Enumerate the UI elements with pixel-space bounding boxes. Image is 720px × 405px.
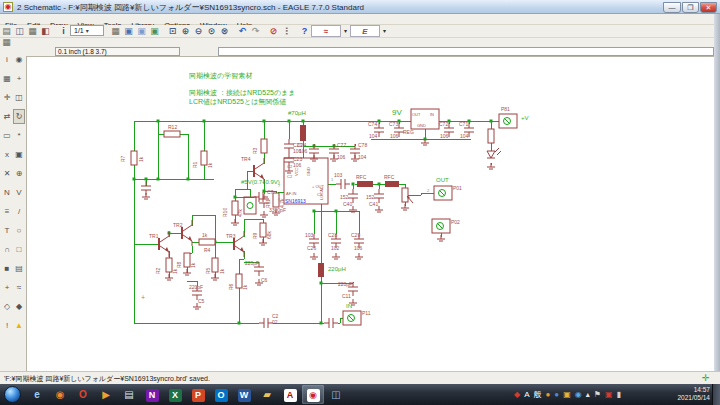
tray-flag-icon[interactable]: ⚑	[594, 384, 601, 405]
title-bar: ◉ 2 Schematic - F:¥同期検波 回路¥新しいフォルダー¥SN16…	[0, 0, 720, 14]
arc-tool[interactable]: ∩	[1, 242, 13, 257]
zoom-out-icon[interactable]: ⊖	[192, 25, 205, 37]
svg-text:103: 103	[334, 172, 343, 178]
open-icon[interactable]: ▤	[0, 25, 13, 37]
zoom-in-icon[interactable]: ⊕	[179, 25, 192, 37]
close-button[interactable]: ✕	[700, 2, 717, 13]
svg-text:P01: P01	[453, 185, 462, 191]
vendor-button-2-dropdown[interactable]: ▾	[380, 25, 389, 37]
schematic-canvas[interactable]: 同期検波の学習素材同期検波 ：接続はNRD525のままLCR値はNRD525とは…	[26, 56, 714, 371]
value-tool[interactable]: V	[13, 185, 25, 200]
copy-tool[interactable]: ◫	[13, 90, 25, 105]
ime-mode-alpha[interactable]: A	[524, 384, 529, 405]
svg-text:02: 02	[272, 319, 278, 325]
taskbar-outlook[interactable]: O	[210, 385, 232, 404]
run-script-icon[interactable]: ⋮	[280, 25, 293, 37]
polygon-tool[interactable]: ■	[1, 261, 13, 276]
redo-icon[interactable]: ↷	[249, 25, 262, 37]
vendor-button-1[interactable]: ≈	[311, 25, 341, 37]
taskbar-excel[interactable]: X	[164, 385, 186, 404]
maximize-button[interactable]: ❐	[682, 2, 699, 13]
change-tool[interactable]: *	[13, 128, 25, 143]
junction-tool[interactable]: ≈	[13, 280, 25, 295]
taskbar-notepad[interactable]: ▤	[118, 385, 140, 404]
smash-tool[interactable]: ≡	[1, 204, 13, 219]
taskbar-word[interactable]: W	[233, 385, 255, 404]
info-tool[interactable]: i	[1, 52, 13, 67]
rect-tool[interactable]: □	[13, 242, 25, 257]
mirror-tool[interactable]: ⇄	[1, 109, 13, 124]
taskbar-eagle[interactable]: ◉	[302, 385, 324, 404]
print-icon[interactable]: ▦	[26, 25, 39, 37]
move-tool[interactable]: ✛	[1, 90, 13, 105]
paste-tool[interactable]: ▣	[13, 147, 25, 162]
sheet-icon-2[interactable]: ▣	[135, 25, 148, 37]
tray-icon-1[interactable]: ●	[546, 384, 551, 405]
show-desktop-button[interactable]	[712, 384, 720, 405]
delete-tool[interactable]: ✕	[1, 166, 13, 181]
taskbar-firefox[interactable]: ◉	[49, 385, 71, 404]
minimize-button[interactable]: —	[663, 2, 681, 13]
command-input[interactable]	[218, 47, 714, 56]
help-icon[interactable]: ?	[298, 25, 311, 37]
info-icon[interactable]: i	[57, 25, 70, 37]
taskbar-onenote[interactable]: N	[141, 385, 163, 404]
vendor-button-2[interactable]: E	[350, 25, 380, 37]
text-tool[interactable]: T	[1, 223, 13, 238]
zoom-scale-combo[interactable]: 1/1 ▾	[70, 25, 104, 36]
undo-icon[interactable]: ↶	[236, 25, 249, 37]
taskbar-app[interactable]: ◫	[325, 385, 347, 404]
taskbar-internet-explorer[interactable]: e	[26, 385, 48, 404]
taskbar-acrobat[interactable]: A	[279, 385, 301, 404]
mark-tool[interactable]: +	[13, 71, 25, 86]
save-icon[interactable]: ◫	[13, 25, 26, 37]
zoom-redraw-icon[interactable]: ⊙	[205, 25, 218, 37]
zoom-fit-icon[interactable]: ⊡	[166, 25, 179, 37]
sheet-icon-3[interactable]: ▣	[148, 25, 161, 37]
cut-tool[interactable]: x	[1, 147, 13, 162]
zoom-select-icon[interactable]: ⊗	[218, 25, 231, 37]
erc-tool[interactable]: !	[1, 318, 13, 333]
vendor-button-1-dropdown[interactable]: ▾	[341, 25, 350, 37]
svg-text:VCC: VCC	[294, 167, 299, 176]
label-tool[interactable]: ◇	[1, 299, 13, 314]
bus-tool[interactable]: ▤	[13, 261, 25, 276]
window-border	[714, 14, 720, 371]
errors-tool[interactable]: ▲	[13, 318, 25, 333]
tray-security-icon[interactable]: ◆	[514, 384, 520, 405]
frame-grid-icon[interactable]: ▦	[0, 38, 13, 47]
taskbar-clock[interactable]: 14:57 2021/05/14	[658, 386, 710, 402]
taskbar-media-player[interactable]: ▶	[95, 385, 117, 404]
show-tool[interactable]: ◉	[13, 52, 25, 67]
miter-tool[interactable]: /	[13, 204, 25, 219]
start-button[interactable]	[4, 386, 21, 403]
grid-icon[interactable]: ▦	[109, 25, 122, 37]
coordinate-bar: 0.1 inch (1.8 3.7)	[0, 47, 720, 56]
tray-icon-2[interactable]: ●	[554, 384, 559, 405]
tray-icon-3[interactable]: ▣	[563, 384, 571, 405]
taskbar-explorer[interactable]: ▰	[256, 385, 278, 404]
group-tool[interactable]: ▭	[1, 128, 13, 143]
add-tool[interactable]: ⊕	[13, 166, 25, 181]
net-tool[interactable]: +	[1, 280, 13, 295]
tray-icon-4[interactable]: ◉	[575, 384, 582, 405]
taskbar-onenote-glyph: N	[146, 389, 159, 402]
cam-export-icon[interactable]: ◧	[39, 25, 52, 37]
taskbar-powerpoint[interactable]: P	[187, 385, 209, 404]
tray-up-arrow[interactable]: ▴	[586, 384, 590, 405]
rotate-tool[interactable]: ↻	[13, 109, 25, 124]
svg-text:1k: 1k	[242, 284, 248, 290]
ime-mode-kana[interactable]: 般	[534, 384, 542, 405]
svg-text:1k: 1k	[172, 268, 178, 274]
taskbar-opera[interactable]: O	[72, 385, 94, 404]
sheet-icon-1[interactable]: ▣	[122, 25, 135, 37]
stop-icon[interactable]: ⊘	[267, 25, 280, 37]
name-tool[interactable]: N	[1, 185, 13, 200]
secondary-toolbar: ▦	[0, 38, 720, 47]
tray-network-icon[interactable]: ▮	[616, 384, 620, 405]
circle-tool[interactable]: ○	[13, 223, 25, 238]
tray-warning-icon[interactable]: ▣	[605, 384, 613, 405]
attribute-tool[interactable]: ◆	[13, 299, 25, 314]
display-tool[interactable]: ▦	[1, 71, 13, 86]
svg-text:OUT: OUT	[436, 177, 449, 183]
